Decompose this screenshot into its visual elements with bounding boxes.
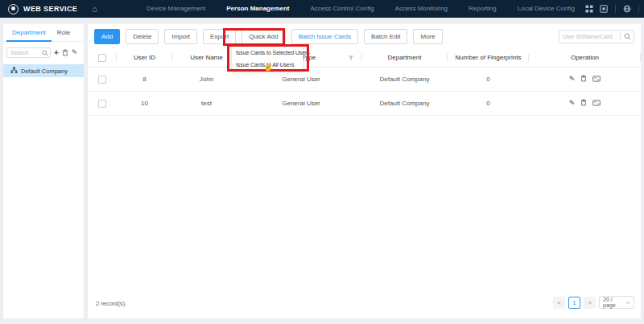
divider [615,5,616,13]
apps-grid-icon[interactable] [585,5,593,13]
row-checkbox[interactable] [98,76,106,84]
delete-user-icon[interactable] [580,75,587,84]
cell-fingerprints: 0 [448,92,529,115]
search-icon[interactable] [621,33,634,40]
edit-user-icon[interactable]: ✎ [569,100,576,107]
more-button[interactable]: More [413,29,442,44]
batch-edit-button[interactable]: Batch Edit [364,29,407,44]
header-department: Department [361,48,448,67]
edit-department-icon[interactable]: ✎ [72,49,78,56]
pagination: < 1 > 20 / page [553,296,634,309]
nav-device-management[interactable]: Device Management [136,0,216,18]
main-panel: Add Delete Import Export Quick Add Batch… [88,24,641,318]
header-operation: Operation [529,48,641,67]
mouse-cursor-icon: ☝ [263,62,273,71]
import-button[interactable]: Import [164,29,197,44]
user-search-box [559,30,634,43]
cell-user-id: 10 [117,92,172,115]
brand-logo-icon [8,4,19,14]
menu-item-issue-cards-selected[interactable]: Issue Cards to Selected Users [232,47,303,59]
cell-fingerprints: 0 [448,68,529,91]
quick-add-button[interactable]: Quick Add [242,29,285,44]
tab-role[interactable]: Role [52,24,76,41]
cell-user-id: 8 [117,68,172,91]
nav-local-device-config[interactable]: Local Device Config [507,0,585,18]
tab-department[interactable]: Department [6,24,52,42]
cell-department: Default Company [361,92,448,115]
batch-issue-cards-button[interactable]: Batch Issue Cards [291,29,358,44]
app-window: WEB SERVICE ⌂ Device Management Person M… [0,0,644,324]
delete-user-icon[interactable] [580,99,587,108]
issue-card-icon[interactable] [592,100,601,108]
select-all-checkbox[interactable] [98,54,106,62]
next-page-button[interactable]: > [584,297,596,309]
cell-user-name: test [172,92,241,115]
add-button[interactable]: Add [94,29,120,44]
home-icon[interactable]: ⌂ [92,5,97,14]
add-department-icon[interactable]: + [54,49,59,57]
page-number-button[interactable]: 1 [568,297,580,309]
nav-access-monitoring[interactable]: Access Monitoring [385,0,458,18]
divider [638,5,639,13]
delete-button[interactable]: Delete [126,29,159,44]
nav-access-control-config[interactable]: Access Control Config [300,0,385,18]
navbar-actions: admin [585,5,644,13]
nav-person-management[interactable]: Person Management [216,0,299,18]
users-table: User ID User Name User Type Department N… [88,48,641,116]
search-icon[interactable] [42,50,50,56]
header-fingerprints: Number of Fingerprints [448,48,529,67]
main-menu: Device Management Person Management Acce… [136,0,585,18]
table-row[interactable]: 8 John General User Default Company 0 ✎ [88,68,641,92]
delete-department-icon[interactable] [62,49,68,56]
user-search-input[interactable] [559,34,620,39]
top-navbar: WEB SERVICE ⌂ Device Management Person M… [0,0,644,18]
page-size-value: 20 / page [603,297,625,308]
nav-reporting[interactable]: Reporting [458,0,507,18]
row-checkbox[interactable] [98,100,106,108]
toolbar: Add Delete Import Export Quick Add Batch… [94,29,443,44]
org-tree-icon [10,67,18,76]
tree-item-default-company[interactable]: Default Company [3,64,84,77]
cell-user-type: General User [241,92,361,115]
chevron-down-icon [625,300,630,306]
device-panel-icon[interactable] [600,5,608,13]
page-size-select[interactable]: 20 / page [599,296,634,309]
table-header-row: User ID User Name User Type Department N… [88,48,641,68]
sidebar-tabs: Department Role [3,24,84,42]
header-user-id: User ID [117,48,172,67]
tree-item-label: Default Company [21,68,68,75]
prev-page-button[interactable]: < [553,297,565,309]
cell-department: Default Company [361,68,448,91]
sidebar-toolbar: + ✎ [3,42,84,63]
edit-user-icon[interactable]: ✎ [569,76,576,83]
header-select-all [88,48,117,67]
export-button[interactable]: Export [203,29,236,44]
sidebar-panel: Department Role + ✎ Default Company [3,24,84,318]
globe-icon[interactable] [623,5,631,13]
filter-icon[interactable] [348,55,354,63]
department-search-input[interactable] [7,50,42,55]
brand-title: WEB SERVICE [23,5,77,13]
table-row[interactable]: 10 test General User Default Company 0 ✎ [88,92,641,116]
department-search-box [6,47,51,58]
record-count-label: 2 record(s) [96,300,125,307]
issue-card-icon[interactable] [592,76,601,84]
